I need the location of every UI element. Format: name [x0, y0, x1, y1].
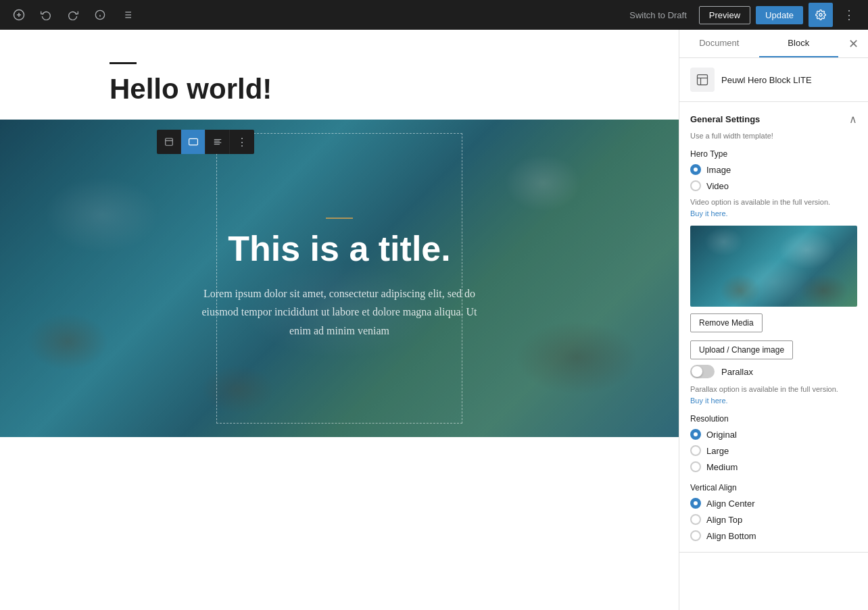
block-type-icon[interactable]: [157, 130, 181, 154]
hero-content: This is a title. Lorem ipsum dolor sit a…: [170, 190, 508, 367]
hero-type-label: Hero Type: [690, 149, 857, 159]
hero-title[interactable]: This is a title.: [197, 230, 481, 268]
hero-subtitle-line: [326, 218, 353, 219]
wide-align-button[interactable]: [181, 130, 206, 154]
update-button[interactable]: Update: [756, 6, 803, 24]
vertical-align-label: Vertical Align: [690, 483, 857, 492]
more-options-icon[interactable]: ⋮: [838, 4, 860, 26]
svg-rect-15: [189, 138, 197, 145]
svg-point-12: [819, 14, 822, 16]
resolution-large-radio[interactable]: [690, 445, 701, 456]
preview-button[interactable]: Preview: [699, 6, 750, 24]
block-type-icon: [690, 68, 715, 92]
parallax-toggle[interactable]: [690, 365, 715, 378]
resolution-medium-label: Medium: [706, 462, 738, 472]
hero-type-image-radio[interactable]: [690, 164, 701, 175]
section-collapse-icon[interactable]: ∧: [849, 113, 857, 126]
block-toolbar: ⋮: [157, 130, 254, 154]
text-align-button[interactable]: [206, 130, 230, 154]
align-bottom-radio[interactable]: [690, 530, 701, 541]
post-title-area: Hello world!: [55, 30, 623, 120]
hero-type-video-option[interactable]: Video: [690, 180, 857, 191]
align-center-radio[interactable]: [690, 498, 701, 509]
resolution-original-label: Original: [706, 430, 737, 440]
main-layout: Hello world! ⋮: [0, 30, 868, 610]
resolution-large-option[interactable]: Large: [690, 445, 857, 456]
parallax-label: Parallax: [721, 367, 753, 377]
general-settings-section: General Settings ∧ Use a full width temp…: [679, 102, 868, 553]
resolution-medium-radio[interactable]: [690, 461, 701, 472]
right-panel: Document Block ✕ Peuwl Hero Block LITE G…: [679, 30, 868, 610]
resolution-medium-option[interactable]: Medium: [690, 461, 857, 472]
hero-type-image-option[interactable]: Image: [690, 164, 857, 175]
switch-draft-button[interactable]: Switch to Draft: [623, 6, 694, 24]
vertical-align-radio-group: Align Center Align Top Align Bottom: [690, 498, 857, 541]
image-preview-inner: [690, 226, 857, 307]
upload-change-image-button[interactable]: Upload / Change image: [690, 340, 793, 359]
panel-close-button[interactable]: ✕: [838, 30, 868, 57]
remove-media-button[interactable]: Remove Media: [690, 313, 763, 332]
resolution-radio-group: Original Large Medium: [690, 429, 857, 472]
settings-button[interactable]: [809, 3, 833, 27]
align-bottom-option[interactable]: Align Bottom: [690, 530, 857, 541]
block-name: Peuwl Hero Block LITE: [721, 75, 812, 85]
video-version-note: Video option is available in the full ve…: [690, 197, 857, 219]
hero-type-video-radio[interactable]: [690, 180, 701, 191]
resolution-large-label: Large: [706, 446, 729, 456]
redo-icon[interactable]: [62, 4, 84, 26]
editor-bottom: [55, 437, 623, 538]
hero-type-radio-group: Image Video: [690, 164, 857, 191]
general-settings-note: Use a full width template!: [690, 131, 857, 141]
tab-block[interactable]: Block: [759, 30, 839, 57]
title-separator: [110, 62, 137, 64]
hero-body[interactable]: Lorem ipsum dolor sit amet, consectetur …: [197, 284, 481, 340]
toolbar-right: Switch to Draft Preview Update ⋮: [623, 3, 860, 27]
info-icon[interactable]: [89, 4, 111, 26]
tab-document[interactable]: Document: [679, 30, 759, 57]
resolution-label: Resolution: [690, 414, 857, 424]
resolution-original-option[interactable]: Original: [690, 429, 857, 440]
list-view-icon[interactable]: [116, 4, 138, 26]
hero-type-image-label: Image: [706, 165, 731, 175]
block-info: Peuwl Hero Block LITE: [679, 58, 868, 102]
align-center-label: Align Center: [706, 499, 755, 509]
align-top-label: Align Top: [706, 515, 742, 525]
toolbar-left: [8, 4, 138, 26]
section-title: General Settings: [690, 114, 760, 124]
hero-type-video-label: Video: [706, 181, 729, 191]
svg-rect-20: [698, 75, 708, 85]
parallax-buy-link[interactable]: Buy it here.: [690, 397, 728, 405]
editor-area: Hello world! ⋮: [0, 30, 679, 610]
align-top-radio[interactable]: [690, 514, 701, 525]
main-toolbar: Switch to Draft Preview Update ⋮: [0, 0, 868, 30]
hero-image-preview: [690, 226, 857, 307]
parallax-toggle-row: Parallax: [690, 365, 857, 378]
post-title[interactable]: Hello world!: [110, 72, 569, 106]
svg-rect-13: [165, 138, 172, 146]
parallax-version-note: Parallax option is available in the full…: [690, 384, 857, 406]
video-buy-link[interactable]: Buy it here.: [690, 209, 728, 218]
hero-block: This is a title. Lorem ipsum dolor sit a…: [0, 120, 679, 437]
undo-icon[interactable]: [35, 4, 57, 26]
align-top-option[interactable]: Align Top: [690, 514, 857, 525]
section-header: General Settings ∧: [690, 113, 857, 126]
align-center-option[interactable]: Align Center: [690, 498, 857, 509]
add-block-icon[interactable]: [8, 4, 30, 26]
resolution-original-radio[interactable]: [690, 429, 701, 440]
more-block-options-icon[interactable]: ⋮: [230, 130, 254, 154]
align-bottom-label: Align Bottom: [706, 531, 756, 541]
panel-tabs: Document Block ✕: [679, 30, 868, 58]
